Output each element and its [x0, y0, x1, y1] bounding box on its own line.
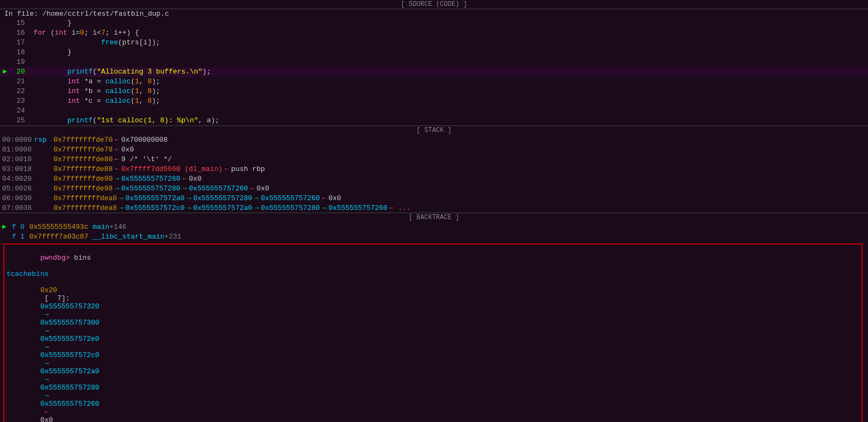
stack-row-5: 05:0028 0x7fffffffde98 → 0x555555757280 … [0, 183, 868, 193]
tcache-arrow-3: → [40, 343, 52, 351]
stack-row-6: 06:0030 0x7ffffffffdea0 → 0x5555557572a0… [0, 193, 868, 203]
stack-addr-6: 0x7ffffffffdea0 [54, 194, 117, 202]
code-line-19: 19 [0, 57, 868, 67]
backtrace-panel-header: [ BACKTRACE ] [0, 213, 868, 222]
stack-dir-7b: → [187, 204, 191, 212]
stack-val-6d: 0x0 [328, 194, 341, 202]
line-code-21: int *a = calloc(1, 8); [29, 77, 160, 85]
stack-val-6a: 0x5555557572a0 [126, 194, 185, 202]
terminal-highlighted-block: pwndbg> bins tcachebins 0x20 [ 7]: 0x555… [3, 243, 863, 422]
stack-val-4a: 0x555555757260 [121, 175, 180, 183]
stack-addr-4: 0x7fffffffde90 [54, 175, 113, 183]
stack-addr-3: 0x7fffffffde88 [54, 165, 113, 173]
bt-addr-1: 0x7ffff7a03c87 [29, 233, 88, 241]
stack-dir-6b: → [187, 194, 191, 202]
terminal-command: bins [70, 254, 91, 262]
stack-panel-header: [ STACK ] [0, 126, 868, 135]
stack-row-2: 02:0010 0x7fffffffde80 ← 9 /* '\t' */ [0, 154, 868, 164]
code-line-24: 24 [0, 106, 868, 116]
tcache-ptr-5: 0x5555557572a0 [40, 367, 99, 375]
bt-addr-0: 0x55555555493c [29, 223, 88, 231]
tcache-end-val: 0x0 [40, 416, 52, 422]
backtrace-panel: [ BACKTRACE ] ► f 0 0x55555555493c main+… [0, 213, 868, 241]
line-num-24: 24 [10, 107, 29, 115]
tcache-arrow-5: → [40, 375, 52, 384]
stack-reg-0: rsp [32, 136, 54, 144]
bt-fn-0: main [93, 223, 109, 231]
tcache-ptr-4: 0x5555557572c0 [40, 351, 99, 359]
line-num-15: 15 [10, 19, 29, 27]
tcache-ptr-6: 0x555555757280 [40, 384, 99, 392]
tcache-entry-line: 0x20 [ 7]: 0x555555757320 → 0x5555557573… [6, 278, 859, 422]
stack-row-0: 00:0000 rsp 0x7fffffffde70 ← 0x700000008 [0, 135, 868, 144]
stack-dir-7e: ← ... [390, 204, 411, 212]
file-path: In file: /home/cctrl/test/fastbin_dup.c [0, 9, 868, 18]
stack-dir-6c: → [254, 194, 259, 202]
source-panel-header: [ SOURCE (CODE) ] [0, 0, 868, 9]
code-line-23: 23 int *c = calloc(1, 8); [0, 96, 868, 106]
stack-dir-5b: → [182, 184, 187, 193]
stack-dir-7a: → [119, 204, 123, 212]
line-arrow-20: ► [0, 68, 10, 76]
tcache-ptr-2: 0x555555757300 [40, 319, 99, 327]
stack-offset-5: 05:0028 [2, 184, 32, 193]
line-num-20: 20 [10, 68, 29, 76]
stack-row-1: 01:0008 0x7fffffffde78 ← 0x0 [0, 144, 868, 154]
bt-frame-0: f 0 [12, 223, 29, 231]
code-line-20: ► 20 printf("Allocating 3 buffers.\n"); [0, 67, 868, 77]
tcache-arrow-1: → [40, 311, 52, 319]
stack-offset-3: 03:0018 [2, 165, 32, 173]
stack-row-7: 07:0038 0x7ffffffffdea8 → 0x5555557572c0… [0, 203, 868, 213]
stack-addr-7: 0x7ffffffffdea8 [54, 204, 117, 212]
source-panel: [ SOURCE (CODE) ] In file: /home/cctrl/t… [0, 0, 868, 126]
code-line-18: 18 } [0, 48, 868, 57]
stack-val-1: 0x0 [121, 146, 134, 154]
stack-val-4b: 0x0 [189, 175, 201, 183]
stack-val-6c: 0x555555757260 [261, 194, 320, 202]
backtrace-frame-1: f 1 0x7ffff7a03c87 __libc_start_main+231 [0, 232, 868, 241]
tcachebins-label: tcachebins [6, 270, 859, 278]
line-code-17: free(ptrs[i]); [29, 38, 160, 47]
source-header-label: [ SOURCE (CODE) ] [401, 1, 467, 8]
stack-offset-7: 07:0038 [2, 204, 32, 212]
line-code-25: printf("1st calloc(1, 8): %p\n", a); [29, 116, 219, 124]
line-num-16: 16 [10, 29, 29, 37]
stack-addr-1: 0x7fffffffde78 [54, 146, 113, 154]
stack-row-3: 03:0018 0x7fffffffde88 ← 0x7ffff7dd5660 … [0, 164, 868, 174]
stack-val-5b: 0x555555757260 [189, 184, 248, 193]
stack-dir-7d: → [322, 204, 326, 212]
stack-header-label: [ STACK ] [417, 127, 452, 134]
line-code-23: int *c = calloc(1, 8); [29, 97, 160, 105]
stack-addr-2: 0x7fffffffde80 [54, 155, 113, 163]
terminal-prompt-line: pwndbg> bins [6, 246, 859, 270]
terminal-panel[interactable]: pwndbg> bins tcachebins 0x20 [ 7]: 0x555… [0, 241, 868, 422]
stack-panel: [ STACK ] 00:0000 rsp 0x7fffffffde70 ← 0… [0, 126, 868, 213]
stack-val-6b: 0x555555757280 [193, 194, 252, 202]
stack-arrow-3: ← [225, 165, 229, 173]
code-line-17: 17 free(ptrs[i]); [0, 38, 868, 48]
stack-val-3a: 0x7ffff7dd5660 (dl_main) [121, 165, 222, 173]
stack-offset-4: 04:0020 [2, 175, 32, 183]
stack-val-7b: 0x5555557572a0 [193, 204, 252, 212]
stack-val-5c: 0x0 [257, 184, 269, 193]
bt-arrow-0: ► [2, 223, 12, 231]
stack-row-4: 04:0020 0x7fffffffde90 → 0x555555757260 … [0, 174, 868, 183]
line-code-18: } [29, 48, 71, 56]
tcache-size: 0x20 [40, 286, 57, 294]
stack-dir-6a: → [119, 194, 123, 202]
tcache-ptr-1: 0x555555757320 [40, 302, 99, 311]
line-num-23: 23 [10, 97, 29, 105]
stack-dir-3: ← [115, 165, 119, 173]
line-code-20: printf("Allocating 3 buffers.\n"); [29, 68, 211, 76]
stack-dir-5a: → [115, 184, 119, 193]
bt-offset-1: +231 [165, 233, 181, 241]
tcache-count: [ 7]: [40, 294, 74, 302]
tcache-ptr-3: 0x5555557572e0 [40, 335, 99, 343]
stack-val-5a: 0x555555757280 [121, 184, 180, 193]
stack-val-7d: 0x555555757260 [328, 204, 387, 212]
stack-addr-0: 0x7fffffffde70 [54, 136, 113, 144]
stack-dir-6d: ← [322, 194, 326, 202]
line-num-17: 17 [10, 38, 29, 47]
code-line-16: 16 for (int i=0; i<7; i++) { [0, 28, 868, 38]
stack-dir-left-0: ← [115, 136, 119, 144]
